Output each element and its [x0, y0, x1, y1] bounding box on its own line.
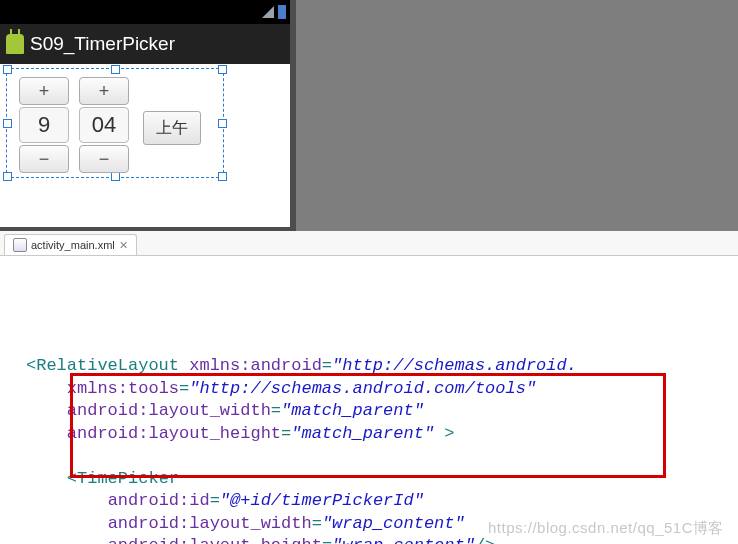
resize-handle-e[interactable] [218, 119, 227, 128]
resize-handle-w[interactable] [3, 119, 12, 128]
selection-outline[interactable]: + 9 − + 04 − 上午 [6, 68, 224, 178]
minute-value[interactable]: 04 [79, 107, 129, 143]
design-canvas[interactable]: + 9 − + 04 − 上午 [0, 64, 290, 227]
hour-increment-button[interactable]: + [19, 77, 69, 105]
status-bar [0, 0, 290, 24]
editor-tab-strip: activity_main.xml ✕ [0, 231, 738, 256]
battery-icon [278, 5, 286, 19]
resize-handle-n[interactable] [111, 65, 120, 74]
xml-code-editor[interactable]: <RelativeLayout xmlns:android="http://sc… [0, 255, 738, 544]
tab-label: activity_main.xml [31, 239, 115, 251]
minute-increment-button[interactable]: + [79, 77, 129, 105]
ampm-toggle[interactable]: 上午 [143, 111, 201, 145]
hour-decrement-button[interactable]: − [19, 145, 69, 173]
signal-icon [262, 6, 274, 18]
tab-activity-main-xml[interactable]: activity_main.xml ✕ [4, 234, 137, 255]
tag-timepicker: TimePicker [77, 469, 179, 488]
app-action-bar: S09_TimerPicker [0, 24, 290, 64]
resize-handle-s[interactable] [111, 172, 120, 181]
android-icon [6, 34, 24, 54]
resize-handle-se[interactable] [218, 172, 227, 181]
tag-relativelayout-open: RelativeLayout [36, 356, 179, 375]
tab-close-icon[interactable]: ✕ [119, 239, 128, 252]
device-frame: S09_TimerPicker + 9 − [0, 0, 290, 227]
minute-spinner[interactable]: + 04 − [79, 77, 129, 173]
minute-decrement-button[interactable]: − [79, 145, 129, 173]
resize-handle-nw[interactable] [3, 65, 12, 74]
hour-value[interactable]: 9 [19, 107, 69, 143]
app-title: S09_TimerPicker [30, 33, 175, 55]
resize-handle-ne[interactable] [218, 65, 227, 74]
resize-handle-sw[interactable] [3, 172, 12, 181]
xml-file-icon [13, 238, 27, 252]
current-line-highlight [0, 445, 738, 468]
hour-spinner[interactable]: + 9 − [19, 77, 69, 173]
layout-designer-pane: S09_TimerPicker + 9 − [0, 0, 738, 231]
